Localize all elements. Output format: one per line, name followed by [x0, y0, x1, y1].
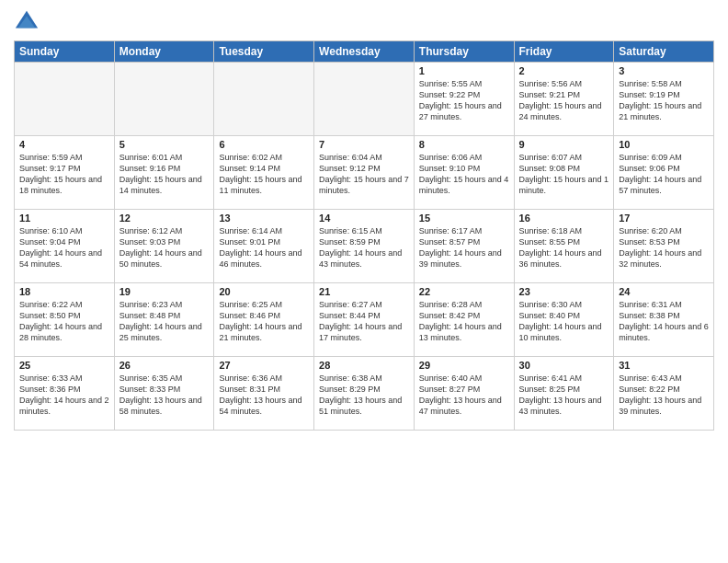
day-number: 3: [619, 65, 709, 76]
day-info: Sunrise: 6:43 AMSunset: 8:22 PMDaylight:…: [619, 373, 709, 418]
day-info: Sunrise: 6:17 AMSunset: 8:57 PMDaylight:…: [419, 225, 509, 270]
day-number: 28: [319, 360, 409, 371]
calendar-cell-17: 17Sunrise: 6:20 AMSunset: 8:53 PMDayligh…: [614, 210, 714, 283]
day-number: 27: [219, 360, 309, 371]
day-info: Sunrise: 6:41 AMSunset: 8:25 PMDaylight:…: [519, 373, 609, 418]
day-number: 30: [519, 360, 609, 371]
calendar-cell-9: 9Sunrise: 6:07 AMSunset: 9:08 PMDaylight…: [514, 136, 614, 210]
calendar-cell-13: 13Sunrise: 6:14 AMSunset: 9:01 PMDayligh…: [214, 210, 314, 283]
calendar-cell-28: 28Sunrise: 6:38 AMSunset: 8:29 PMDayligh…: [314, 357, 415, 431]
calendar-week-2: 11Sunrise: 6:10 AMSunset: 9:04 PMDayligh…: [15, 210, 714, 283]
day-number: 31: [619, 360, 709, 371]
day-number: 29: [419, 360, 509, 371]
calendar-cell-5: 5Sunrise: 6:01 AMSunset: 9:16 PMDaylight…: [114, 136, 214, 210]
day-number: 24: [619, 286, 709, 297]
day-info: Sunrise: 6:23 AMSunset: 8:48 PMDaylight:…: [119, 299, 210, 344]
calendar-week-1: 4Sunrise: 5:59 AMSunset: 9:17 PMDaylight…: [15, 136, 714, 210]
day-info: Sunrise: 6:27 AMSunset: 8:44 PMDaylight:…: [319, 299, 409, 344]
day-number: 14: [319, 213, 409, 224]
calendar-cell-7: 7Sunrise: 6:04 AMSunset: 9:12 PMDaylight…: [314, 136, 415, 210]
day-header-saturday: Saturday: [614, 41, 714, 63]
calendar-week-4: 25Sunrise: 6:33 AMSunset: 8:36 PMDayligh…: [15, 357, 714, 431]
calendar-cell-29: 29Sunrise: 6:40 AMSunset: 8:27 PMDayligh…: [414, 357, 514, 431]
calendar-cell-14: 14Sunrise: 6:15 AMSunset: 8:59 PMDayligh…: [314, 210, 415, 283]
day-info: Sunrise: 6:06 AMSunset: 9:10 PMDaylight:…: [419, 152, 509, 197]
day-number: 13: [219, 213, 309, 224]
calendar-cell-16: 16Sunrise: 6:18 AMSunset: 8:55 PMDayligh…: [514, 210, 614, 283]
calendar-cell-empty: [314, 63, 415, 136]
calendar-cell-21: 21Sunrise: 6:27 AMSunset: 8:44 PMDayligh…: [314, 283, 415, 357]
day-number: 20: [219, 286, 309, 297]
day-info: Sunrise: 5:59 AMSunset: 9:17 PMDaylight:…: [19, 152, 109, 197]
day-info: Sunrise: 6:09 AMSunset: 9:06 PMDaylight:…: [619, 152, 709, 197]
calendar-cell-empty: [15, 63, 115, 136]
calendar-cell-12: 12Sunrise: 6:12 AMSunset: 9:03 PMDayligh…: [114, 210, 214, 283]
day-number: 4: [19, 139, 109, 150]
day-info: Sunrise: 6:12 AMSunset: 9:03 PMDaylight:…: [119, 225, 210, 270]
calendar-week-0: 1Sunrise: 5:55 AMSunset: 9:22 PMDaylight…: [15, 63, 714, 136]
header: [14, 9, 714, 35]
day-number: 12: [119, 213, 210, 224]
day-info: Sunrise: 6:35 AMSunset: 8:33 PMDaylight:…: [119, 373, 210, 418]
day-info: Sunrise: 6:07 AMSunset: 9:08 PMDaylight:…: [519, 152, 609, 197]
day-number: 19: [119, 286, 210, 297]
day-header-thursday: Thursday: [414, 41, 514, 63]
day-header-sunday: Sunday: [15, 41, 115, 63]
day-number: 9: [519, 139, 609, 150]
day-info: Sunrise: 6:18 AMSunset: 8:55 PMDaylight:…: [519, 225, 609, 270]
calendar-cell-4: 4Sunrise: 5:59 AMSunset: 9:17 PMDaylight…: [15, 136, 115, 210]
day-info: Sunrise: 6:28 AMSunset: 8:42 PMDaylight:…: [419, 299, 509, 344]
day-info: Sunrise: 5:55 AMSunset: 9:22 PMDaylight:…: [419, 78, 509, 123]
day-number: 21: [319, 286, 409, 297]
day-info: Sunrise: 6:04 AMSunset: 9:12 PMDaylight:…: [319, 152, 409, 197]
day-info: Sunrise: 6:14 AMSunset: 9:01 PMDaylight:…: [219, 225, 309, 270]
calendar-cell-22: 22Sunrise: 6:28 AMSunset: 8:42 PMDayligh…: [414, 283, 514, 357]
calendar-cell-empty: [214, 63, 314, 136]
calendar-cell-6: 6Sunrise: 6:02 AMSunset: 9:14 PMDaylight…: [214, 136, 314, 210]
logo: [14, 9, 43, 35]
day-number: 6: [219, 139, 309, 150]
page: SundayMondayTuesdayWednesdayThursdayFrid…: [0, 0, 728, 563]
calendar-cell-empty: [114, 63, 214, 136]
day-info: Sunrise: 6:40 AMSunset: 8:27 PMDaylight:…: [419, 373, 509, 418]
day-number: 8: [419, 139, 509, 150]
day-number: 11: [19, 213, 109, 224]
calendar-cell-11: 11Sunrise: 6:10 AMSunset: 9:04 PMDayligh…: [15, 210, 115, 283]
day-number: 18: [19, 286, 109, 297]
calendar-cell-1: 1Sunrise: 5:55 AMSunset: 9:22 PMDaylight…: [414, 63, 514, 136]
calendar-cell-3: 3Sunrise: 5:58 AMSunset: 9:19 PMDaylight…: [614, 63, 714, 136]
day-info: Sunrise: 6:15 AMSunset: 8:59 PMDaylight:…: [319, 225, 409, 270]
logo-icon: [14, 9, 40, 35]
day-info: Sunrise: 6:20 AMSunset: 8:53 PMDaylight:…: [619, 225, 709, 270]
day-number: 10: [619, 139, 709, 150]
day-number: 15: [419, 213, 509, 224]
day-info: Sunrise: 6:02 AMSunset: 9:14 PMDaylight:…: [219, 152, 309, 197]
day-number: 2: [519, 65, 609, 76]
day-number: 5: [119, 139, 210, 150]
day-number: 7: [319, 139, 409, 150]
calendar-cell-26: 26Sunrise: 6:35 AMSunset: 8:33 PMDayligh…: [114, 357, 214, 431]
calendar-header-row: SundayMondayTuesdayWednesdayThursdayFrid…: [15, 41, 714, 63]
calendar-cell-24: 24Sunrise: 6:31 AMSunset: 8:38 PMDayligh…: [614, 283, 714, 357]
calendar-cell-19: 19Sunrise: 6:23 AMSunset: 8:48 PMDayligh…: [114, 283, 214, 357]
calendar-cell-25: 25Sunrise: 6:33 AMSunset: 8:36 PMDayligh…: [15, 357, 115, 431]
day-number: 26: [119, 360, 210, 371]
day-number: 22: [419, 286, 509, 297]
day-info: Sunrise: 6:22 AMSunset: 8:50 PMDaylight:…: [19, 299, 109, 344]
day-info: Sunrise: 6:30 AMSunset: 8:40 PMDaylight:…: [519, 299, 609, 344]
day-number: 16: [519, 213, 609, 224]
calendar-cell-18: 18Sunrise: 6:22 AMSunset: 8:50 PMDayligh…: [15, 283, 115, 357]
day-info: Sunrise: 5:56 AMSunset: 9:21 PMDaylight:…: [519, 78, 609, 123]
calendar-week-3: 18Sunrise: 6:22 AMSunset: 8:50 PMDayligh…: [15, 283, 714, 357]
calendar-cell-30: 30Sunrise: 6:41 AMSunset: 8:25 PMDayligh…: [514, 357, 614, 431]
calendar-cell-15: 15Sunrise: 6:17 AMSunset: 8:57 PMDayligh…: [414, 210, 514, 283]
calendar-cell-31: 31Sunrise: 6:43 AMSunset: 8:22 PMDayligh…: [614, 357, 714, 431]
day-info: Sunrise: 6:33 AMSunset: 8:36 PMDaylight:…: [19, 373, 109, 418]
calendar-cell-23: 23Sunrise: 6:30 AMSunset: 8:40 PMDayligh…: [514, 283, 614, 357]
calendar-table: SundayMondayTuesdayWednesdayThursdayFrid…: [14, 40, 714, 431]
day-header-friday: Friday: [514, 41, 614, 63]
calendar-cell-2: 2Sunrise: 5:56 AMSunset: 9:21 PMDaylight…: [514, 63, 614, 136]
day-number: 23: [519, 286, 609, 297]
day-header-wednesday: Wednesday: [314, 41, 415, 63]
day-header-tuesday: Tuesday: [214, 41, 314, 63]
